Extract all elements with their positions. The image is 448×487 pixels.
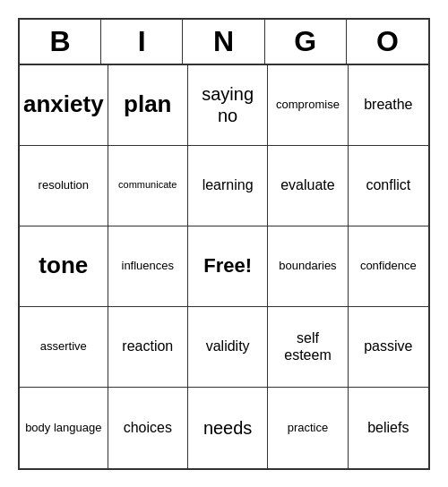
bingo-cell: reaction [108,307,188,388]
bingo-cell: resolution [20,146,108,226]
bingo-cell: validity [188,307,268,388]
header-letter: O [347,20,428,64]
bingo-cell: self esteem [268,307,348,388]
cell-text: choices [124,419,172,436]
bingo-grid: anxietyplansaying nocompromisebreatheres… [20,65,428,468]
cell-text: influences [122,259,175,273]
cell-text: communicate [118,179,177,191]
bingo-card: BINGO anxietyplansaying nocompromisebrea… [18,18,430,470]
bingo-cell: Free! [188,226,268,307]
bingo-cell: confidence [349,226,428,307]
cell-text: self esteem [271,329,343,363]
bingo-cell: conflict [349,146,428,226]
header-letter: I [101,20,183,64]
cell-text: anxiety [23,90,104,118]
bingo-cell: tone [20,226,108,307]
bingo-header: BINGO [20,20,428,65]
bingo-cell: practice [268,388,348,468]
bingo-cell: saying no [188,65,268,146]
bingo-cell: passive [349,307,428,388]
cell-text: practice [288,421,329,435]
bingo-cell: choices [108,388,188,468]
cell-text: Free! [203,254,252,278]
bingo-cell: body language [20,388,108,468]
cell-text: validity [206,337,250,355]
bingo-cell: plan [108,65,188,146]
header-letter: B [20,20,101,64]
bingo-cell: influences [108,226,188,307]
cell-text: passive [364,337,412,355]
cell-text: confidence [360,259,417,273]
bingo-cell: compromise [268,65,348,146]
bingo-cell: breathe [349,65,428,146]
bingo-cell: communicate [108,146,188,226]
cell-text: compromise [276,98,340,112]
bingo-cell: anxiety [20,65,108,146]
cell-text: saying no [192,83,263,126]
cell-text: beliefs [367,419,409,436]
cell-text: evaluate [280,176,335,193]
cell-text: resolution [39,178,89,192]
bingo-cell: needs [188,388,268,468]
cell-text: breathe [364,96,412,113]
cell-text: assertive [40,339,87,354]
bingo-cell: beliefs [349,388,428,468]
cell-text: learning [202,176,254,193]
cell-text: body language [25,421,101,435]
bingo-cell: boundaries [268,226,348,307]
cell-text: tone [39,252,88,279]
header-letter: G [265,20,347,64]
cell-text: needs [203,417,253,439]
cell-text: reaction [122,337,173,355]
bingo-cell: learning [188,146,268,226]
cell-text: plan [124,90,171,118]
bingo-cell: assertive [20,307,108,388]
cell-text: conflict [366,176,410,193]
bingo-cell: evaluate [268,146,348,226]
cell-text: boundaries [279,259,336,273]
header-letter: N [183,20,264,64]
